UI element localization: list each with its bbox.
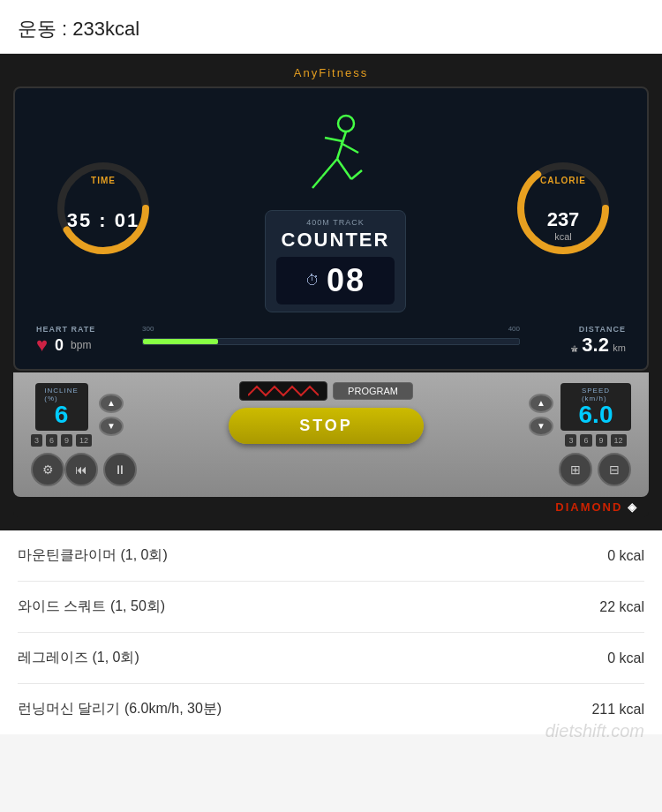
counter-display: ⏱ 08 — [276, 257, 395, 304]
control-panel: INCLINE(%) 6 3 6 9 12 ▲ ▼ — [13, 372, 649, 497]
treadmill-screen: TIME 35 : 01 — [13, 86, 649, 371]
top-center-row: PROGRAM — [239, 381, 413, 401]
heart-rate-value: 0 — [55, 336, 64, 355]
incline-preset-3[interactable]: 3 — [31, 434, 42, 447]
distance-section: DISTANCE 🛣 3.2 km — [538, 325, 626, 357]
incline-display: INCLINE(%) 6 — [35, 383, 88, 431]
speed-control: SPEED(km/h) 6.0 3 6 9 12 — [560, 383, 631, 447]
diamond-icon: ◈ — [628, 500, 638, 514]
svg-line-5 — [341, 143, 358, 153]
exercise-kcal-1: 0 kcal — [607, 548, 644, 564]
road-icon: 🛣 — [571, 345, 578, 353]
heart-rate-label: HEART RATE — [36, 325, 124, 334]
view-grid-button[interactable]: ⊞ — [559, 453, 592, 486]
heart-rate-unit: bpm — [71, 339, 91, 351]
exercise-name-1: 마운틴클라이머 (1, 0회) — [18, 546, 168, 565]
distance-label: DISTANCE — [538, 325, 626, 334]
play-pause-button[interactable]: ⏮ — [64, 453, 98, 486]
wave-svg — [248, 383, 319, 399]
screen-bottom-row: HEART RATE ♥ 0 bpm 300 400 DISTAN — [33, 325, 629, 357]
wave-display — [239, 381, 327, 401]
center-controls: PROGRAM STOP — [131, 381, 522, 447]
calorie-widget: CALORIE 237 kcal — [497, 160, 629, 257]
view-expand-button[interactable]: ⊟ — [598, 453, 631, 486]
page-title: 운동 : 233kcal — [18, 16, 644, 42]
speed-down-button[interactable]: ▼ — [529, 417, 553, 436]
incline-preset-9[interactable]: 9 — [61, 434, 72, 447]
counter-top-label: 400M TRACK — [306, 218, 364, 227]
incline-label: INCLINE(%) — [44, 387, 79, 402]
treadmill-display: AnyFitness TIME 35 : 01 — [0, 54, 662, 530]
runner-svg — [274, 104, 397, 210]
calorie-unit: kcal — [554, 231, 572, 242]
speed-presets: 3 6 9 12 — [565, 434, 626, 447]
track-fill — [143, 339, 218, 344]
incline-preset-12[interactable]: 12 — [76, 434, 92, 447]
track-markers: 300 400 — [142, 325, 520, 333]
exercise-name-4: 런닝머신 달리기 (6.0km/h, 30분) — [18, 700, 222, 718]
runner-animation — [274, 104, 397, 210]
screen-top-row: TIME 35 : 01 — [33, 104, 629, 312]
control-top-row: INCLINE(%) 6 3 6 9 12 ▲ ▼ — [31, 381, 631, 447]
incline-arrows[interactable]: ▲ ▼ — [99, 394, 124, 436]
program-button[interactable]: PROGRAM — [333, 382, 413, 400]
speed-label: SPEED(km/h) — [582, 387, 610, 402]
exercise-item-1: 마운틴클라이머 (1, 0회) 0 kcal — [18, 530, 644, 582]
watermark-text: dietshift.com — [545, 721, 644, 741]
svg-line-8 — [322, 159, 337, 177]
brand-accent: Fitness — [319, 66, 368, 79]
pause-button[interactable]: ⏸ — [103, 453, 137, 486]
speed-display: SPEED(km/h) 6.0 — [560, 383, 631, 431]
svg-line-4 — [325, 138, 342, 141]
counter-number: 08 — [327, 262, 365, 299]
time-label: TIME — [91, 176, 116, 185]
exercise-name-2: 와이드 스쿼트 (1, 50회) — [18, 598, 165, 616]
settings-button[interactable]: ⚙ — [31, 453, 64, 486]
header: 운동 : 233kcal — [0, 0, 662, 54]
speed-value: 6.0 — [579, 402, 613, 427]
time-ring-svg — [55, 160, 152, 257]
exercise-list: 마운틴클라이머 (1, 0회) 0 kcal 와이드 스쿼트 (1, 50회) … — [0, 530, 662, 734]
brand-bar: AnyFitness — [13, 63, 649, 86]
speed-preset-6[interactable]: 6 — [580, 434, 591, 447]
incline-down-button[interactable]: ▼ — [99, 417, 124, 436]
speed-arrows[interactable]: ▲ ▼ — [529, 394, 553, 436]
timer-icon: ⏱ — [305, 273, 320, 289]
speed-preset-9[interactable]: 9 — [596, 434, 607, 447]
control-bottom-row: ⚙ ⏮ ⏸ ⊞ ⊟ — [31, 453, 631, 486]
incline-value: 6 — [55, 402, 69, 427]
exercise-item-3: 레그레이즈 (1, 0회) 0 kcal — [18, 633, 644, 684]
calorie-value: 237 — [547, 208, 580, 231]
svg-line-7 — [351, 170, 362, 179]
speed-preset-12[interactable]: 12 — [611, 434, 627, 447]
exercise-kcal-4: 211 kcal — [591, 702, 644, 718]
heart-display: ♥ 0 bpm — [36, 334, 124, 357]
stop-button[interactable]: STOP — [229, 408, 424, 444]
center-section: 400M TRACK COUNTER ⏱ 08 — [183, 104, 488, 312]
view-buttons[interactable]: ⊞ ⊟ — [559, 453, 631, 486]
exercise-name-3: 레그레이즈 (1, 0회) — [18, 649, 139, 667]
speed-preset-3[interactable]: 3 — [565, 434, 576, 447]
time-widget: TIME 35 : 01 — [33, 160, 174, 257]
counter-title: COUNTER — [282, 229, 390, 252]
marker-300: 300 — [142, 325, 154, 333]
exercise-kcal-2: 22 kcal — [599, 599, 644, 615]
incline-control: INCLINE(%) 6 3 6 9 12 — [31, 383, 92, 447]
incline-presets: 3 6 9 12 — [31, 434, 92, 447]
distance-display: 🛣 3.2 km — [538, 334, 626, 357]
incline-preset-6[interactable]: 6 — [46, 434, 57, 447]
exercise-item-2: 와이드 스쿼트 (1, 50회) 22 kcal — [18, 582, 644, 633]
track-bar — [142, 338, 520, 345]
diamond-brand-bar: DIAMOND ◈ — [13, 497, 649, 517]
heart-icon: ♥ — [36, 334, 48, 357]
svg-point-2 — [338, 116, 354, 132]
heart-rate-section: HEART RATE ♥ 0 bpm — [36, 325, 124, 357]
distance-value: 3.2 — [582, 334, 609, 356]
exercise-kcal-3: 0 kcal — [607, 650, 644, 666]
calorie-ring: CALORIE 237 kcal — [515, 160, 612, 257]
incline-up-button[interactable]: ▲ — [99, 394, 124, 413]
media-controls[interactable]: ⏮ ⏸ — [64, 453, 137, 486]
exercise-item-4: 런닝머신 달리기 (6.0km/h, 30분) 211 kcal dietshi… — [18, 684, 644, 734]
brand-name: Any — [294, 66, 319, 79]
speed-up-button[interactable]: ▲ — [529, 394, 553, 413]
